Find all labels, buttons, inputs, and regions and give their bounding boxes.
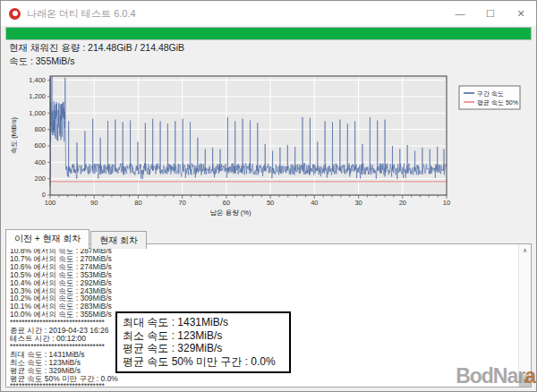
speed-chart: 02004006008001,0001,2001,400100908070605… (1, 71, 537, 225)
y-tick-label: 800 (34, 125, 46, 133)
fill-progress-bar (5, 27, 532, 40)
x-tick-label: 80 (134, 199, 141, 207)
x-tick-label: 10 (443, 199, 450, 207)
y-tick-label: 1,400 (29, 76, 46, 84)
summary-below-avg50: 평균 속도 50% 미만 구간 : 0.0% (123, 355, 284, 369)
titlebar: 나래온 더티 테스트 6.0.4 — ☐ ✕ (1, 1, 536, 26)
x-axis-title: 남은 용량 (%) (210, 209, 251, 217)
tab-current-round[interactable]: 현재 회차 (90, 231, 147, 249)
x-tick-label: 100 (45, 199, 56, 207)
window-controls: — ☐ ✕ (445, 1, 536, 26)
x-tick-label: 90 (90, 199, 98, 207)
x-tick-label: 30 (354, 199, 362, 207)
legend-label: 평균 속도 50% (477, 99, 518, 107)
maximize-button[interactable]: ☐ (475, 1, 506, 26)
summary-overlay-box: 최대 속도 : 1431MiB/s 최소 속도 : 123MiB/s 평균 속도… (115, 311, 291, 373)
x-tick-label: 50 (267, 199, 274, 207)
result-tabs: 이전 + 현재 회차 현재 회차 (5, 229, 148, 249)
app-logo-icon (9, 8, 21, 20)
close-button[interactable]: ✕ (506, 1, 536, 26)
minimize-button[interactable]: — (445, 1, 475, 26)
summary-max-speed: 최대 속도 : 1431MiB/s (123, 316, 284, 329)
scroll-up-icon[interactable]: ∧ (519, 244, 531, 256)
y-axis-title: 속도 (MiB/s) (10, 117, 18, 154)
legend-label: 구간 속도 (477, 90, 504, 97)
y-tick-label: 1,000 (29, 109, 46, 117)
plot-area (50, 76, 447, 195)
log-line: ******************************** (10, 382, 531, 388)
x-tick-label: 20 (399, 199, 406, 207)
capacity-status-text: 현재 채워진 용량 : 214.48GiB / 214.48GiB (9, 42, 184, 55)
y-tick-label: 200 (34, 175, 46, 183)
bodnara-watermark: BodNara (456, 364, 535, 388)
summary-min-speed: 최소 속도 : 123MiB/s (123, 329, 284, 343)
window-title: 나래온 더티 테스트 6.0.4 (27, 7, 136, 21)
speed-status-text: 속도 : 355MiB/s (9, 55, 75, 68)
speed-chart-svg: 02004006008001,0001,2001,400100908070605… (1, 71, 537, 225)
y-tick-label: 600 (34, 141, 46, 149)
tab-previous-plus-current-round[interactable]: 이전 + 현재 회차 (5, 229, 90, 249)
x-tick-label: 70 (179, 199, 186, 207)
summary-avg-speed: 평균 속도 : 329MiB/s (123, 342, 284, 355)
fill-progress-value (6, 28, 531, 39)
y-tick-label: 1,200 (29, 92, 46, 100)
app-window: 나래온 더티 테스트 6.0.4 — ☐ ✕ 현재 채워진 용량 : 214.4… (0, 0, 537, 392)
x-tick-label: 60 (223, 199, 230, 207)
y-tick-label: 400 (34, 158, 46, 166)
x-tick-label: 40 (311, 199, 318, 207)
